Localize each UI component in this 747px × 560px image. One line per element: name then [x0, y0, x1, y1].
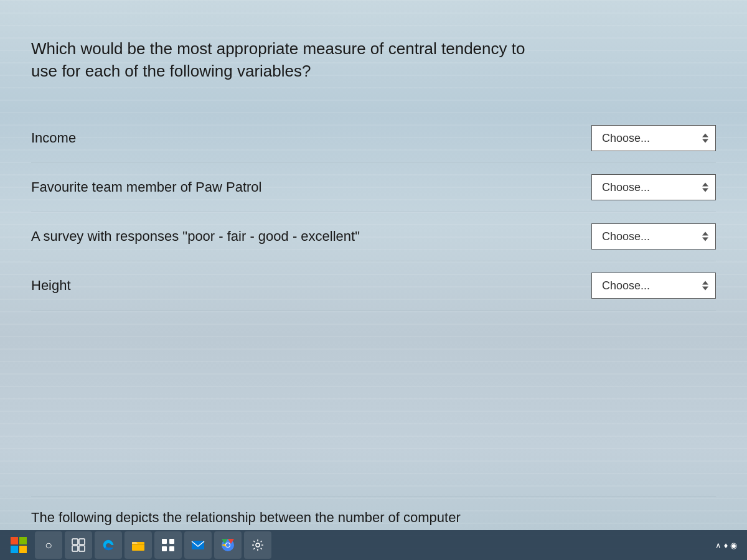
file-explorer-icon — [131, 538, 145, 552]
quiz-row-height: Height Choose... Mean Median Mode — [31, 261, 716, 310]
system-tray: ∧ ♦ ◉ — [715, 541, 737, 550]
quiz-row-income: Income Choose... Mean Median Mode — [31, 114, 716, 163]
settings-button[interactable] — [244, 531, 271, 559]
task-view-icon — [72, 538, 85, 552]
select-height[interactable]: Choose... Mean Median Mode — [591, 273, 716, 299]
question-line1: Which would be the most appropriate meas… — [31, 39, 525, 58]
mail-icon — [191, 538, 205, 552]
settings-icon — [251, 538, 265, 552]
svg-rect-2 — [11, 546, 18, 553]
svg-rect-12 — [169, 546, 174, 551]
search-button[interactable]: ○ — [35, 531, 62, 559]
question-text: Which would be the most appropriate meas… — [31, 37, 591, 83]
quiz-row-survey: A survey with responses "poor - fair - g… — [31, 212, 716, 261]
svg-rect-13 — [192, 541, 204, 549]
svg-rect-9 — [162, 539, 167, 544]
quiz-items: Income Choose... Mean Median Mode Favour… — [31, 114, 716, 310]
bottom-text: The following depicts the relationship b… — [31, 497, 716, 526]
select-wrapper-height: Choose... Mean Median Mode — [591, 273, 716, 299]
windows-logo-icon — [10, 536, 27, 554]
select-income[interactable]: Choose... Mean Median Mode — [591, 125, 716, 151]
select-paw-patrol[interactable]: Choose... Mean Median Mode — [591, 174, 716, 200]
taskbar: ○ — [0, 530, 747, 560]
svg-rect-3 — [19, 546, 27, 553]
select-wrapper-income: Choose... Mean Median Mode — [591, 125, 716, 151]
svg-point-17 — [256, 543, 260, 547]
svg-rect-1 — [19, 537, 27, 544]
select-wrapper-paw-patrol: Choose... Mean Median Mode — [591, 174, 716, 200]
chrome-icon — [221, 538, 235, 552]
apps-button[interactable] — [154, 531, 182, 559]
svg-point-16 — [226, 543, 230, 547]
svg-rect-6 — [72, 546, 78, 551]
start-button[interactable] — [5, 531, 32, 559]
main-content: Which would be the most appropriate meas… — [0, 0, 747, 335]
svg-rect-0 — [11, 537, 18, 544]
label-income: Income — [31, 130, 591, 146]
file-explorer-button[interactable] — [125, 531, 152, 559]
apps-icon — [161, 538, 175, 552]
svg-rect-11 — [162, 546, 167, 551]
edge-button[interactable] — [95, 531, 122, 559]
task-view-button[interactable] — [65, 531, 92, 559]
label-paw-patrol: Favourite team member of Paw Patrol — [31, 179, 591, 195]
quiz-row-paw-patrol: Favourite team member of Paw Patrol Choo… — [31, 163, 716, 212]
chrome-button[interactable] — [214, 531, 242, 559]
svg-rect-7 — [79, 546, 85, 551]
select-survey[interactable]: Choose... Mean Median Mode — [591, 223, 716, 250]
label-survey: A survey with responses "poor - fair - g… — [31, 228, 591, 245]
taskbar-right: ∧ ♦ ◉ — [715, 541, 742, 550]
mail-button[interactable] — [184, 531, 212, 559]
question-line2: use for each of the following variables? — [31, 62, 311, 80]
search-icon: ○ — [45, 538, 52, 553]
select-wrapper-survey: Choose... Mean Median Mode — [591, 223, 716, 250]
svg-rect-10 — [169, 539, 174, 544]
label-height: Height — [31, 278, 591, 294]
svg-rect-5 — [79, 539, 85, 544]
edge-icon — [101, 538, 115, 552]
svg-rect-4 — [72, 539, 78, 544]
